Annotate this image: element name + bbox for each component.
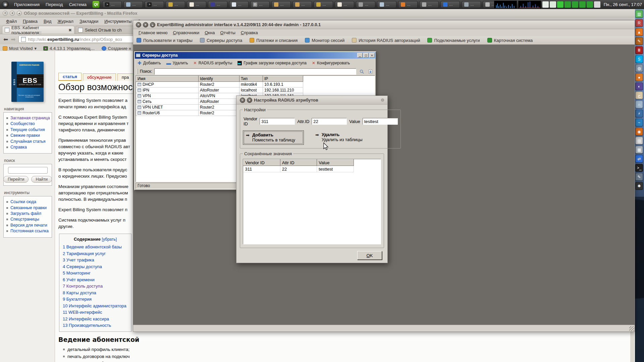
ebs-logo[interactable]: EBS КОМПЛЕКСНОЕ РЕШЕНИЕ EBS EXPERT BILLI… (11, 62, 44, 102)
card-system-button[interactable]: Карточная система (487, 38, 533, 43)
menu-system[interactable]: Система (66, 0, 90, 9)
mail-notifier-icon[interactable] (542, 1, 549, 8)
nav-link-events[interactable]: Текущие события (6, 127, 50, 132)
add-to-table-button[interactable]: ➡ ДобавитьПоместить в таблицу (243, 130, 304, 145)
taskbar-button[interactable]: … (462, 1, 481, 8)
toc-item[interactable]: 7 Контроль доступа (63, 283, 128, 290)
nav-link-recent[interactable]: Свежие правки (6, 133, 50, 138)
load-graph-button[interactable]: График загрузки сервера доступа (237, 61, 307, 65)
servers-button[interactable]: Серверы доступа (200, 38, 242, 43)
menu-directories[interactable]: Справочники (170, 30, 202, 35)
close-icon[interactable]: ✕ (136, 22, 141, 27)
toc-item[interactable]: 13 Производительность (63, 322, 128, 329)
taskbar-button[interactable]: … (187, 1, 206, 8)
table-row[interactable]: IPN AltoRouterlocalhost192.168.111.210 (136, 87, 303, 93)
network-monitor-graph-icon[interactable] (518, 1, 541, 8)
nav-link-main[interactable]: Заглавная страница (6, 116, 50, 120)
window-menu-icon[interactable] (381, 99, 384, 102)
firefox-icon[interactable]: ● (635, 73, 643, 81)
teamviewer-icon[interactable]: ⇄ (635, 155, 643, 163)
toc-item[interactable]: 2 Тарификация услуг (63, 250, 128, 257)
calculator-icon[interactable]: ▦ (635, 146, 643, 154)
column-header[interactable]: Value (317, 160, 354, 166)
keyboard-layout-icon[interactable] (594, 1, 600, 8)
wiki-search-input[interactable] (8, 167, 48, 174)
dialog-titlebar[interactable]: ✕ ▾ Настройка RADIUS атрибутов (236, 96, 387, 105)
vendor-id-input[interactable] (260, 118, 295, 125)
taskbar-button[interactable]: … (356, 1, 375, 8)
export-icon[interactable] (367, 68, 374, 75)
toc-item[interactable]: 8 Карты доступа (63, 290, 128, 296)
menu-main[interactable]: Главное меню (136, 30, 170, 35)
table-row[interactable]: 311 22 testtest (244, 166, 354, 172)
nav-link-community[interactable]: Сообщество (6, 121, 50, 126)
clock[interactable]: Пн., 26 сент., 17:07 (604, 2, 642, 7)
forward-button[interactable]: ➡ (11, 36, 15, 43)
bookmark-most-visited[interactable]: Most Visited ▾ (3, 46, 37, 51)
taskbar-button[interactable]: … (419, 1, 439, 8)
menu-help[interactable]: Справка (238, 30, 261, 35)
menu-places[interactable]: Переход (43, 0, 66, 9)
tool-related[interactable]: Связанные правки (6, 205, 50, 210)
column-header[interactable]: IP (263, 76, 303, 82)
tool-special[interactable]: Спецстраницы (6, 217, 50, 222)
toc-item[interactable]: 3 Учет трафика (63, 257, 128, 263)
mail-notifier-icon[interactable] (550, 1, 556, 8)
download-arrow-icon[interactable] (572, 1, 578, 8)
im-client-icon[interactable]: Ⅲ (635, 46, 643, 54)
toc-item[interactable]: 6 Учёт времени (63, 277, 128, 283)
taskbar-button[interactable]: … (440, 1, 460, 8)
taskbar-button[interactable]: … (398, 1, 418, 8)
maximize-icon[interactable]: ▴ (17, 11, 22, 16)
close-icon[interactable]: ✕ (3, 11, 8, 16)
nav-link-help[interactable]: Справка (6, 145, 50, 149)
nav-link-random[interactable]: Случайная статья (6, 139, 50, 144)
maximize-icon[interactable]: □ (363, 53, 369, 58)
minimize-icon[interactable]: _ (357, 53, 363, 58)
terminal-icon[interactable]: >_ (635, 164, 643, 172)
browser-icon[interactable]: ◍ (635, 64, 643, 72)
menu-bookmarks[interactable]: Закладки (77, 19, 101, 24)
dark-gear-icon[interactable]: ✱ (635, 182, 643, 190)
servers-search-input[interactable] (154, 68, 356, 75)
toc-item[interactable]: 1 Ведение абонентской базы (63, 244, 128, 250)
tab-close-icon[interactable]: ✖ (68, 28, 72, 33)
menu-reports[interactable]: Отчёты (217, 30, 238, 35)
value-input[interactable] (363, 118, 398, 125)
search-find-button[interactable]: Найти (31, 176, 52, 183)
taskbar-button[interactable]: … (229, 1, 249, 8)
eclipse-icon[interactable]: ◐ (635, 82, 643, 90)
menu-file[interactable]: Файл (3, 19, 19, 24)
tab-ebs-cabinet[interactable]: EBS::Кабинет пользователя:: ✖ (2, 26, 74, 34)
delete-button[interactable]: ▬Удалить (166, 60, 188, 66)
add-button[interactable]: ✚Добавить (138, 60, 161, 66)
qt-launcher-icon[interactable]: Qt (92, 1, 100, 8)
minimize-icon[interactable]: ▾ (10, 11, 15, 16)
back-button[interactable]: ⬅ (3, 36, 8, 43)
menu-windows[interactable]: Окна (202, 30, 217, 35)
servers-titlebar[interactable]: Серверы доступа _ □ ✕ (135, 52, 376, 59)
download-arrow-icon[interactable] (579, 1, 586, 8)
tool-upload[interactable]: Загрузить файл (6, 211, 50, 216)
search-go-button[interactable]: Перейти (3, 176, 29, 183)
taskbar-button[interactable]: … (292, 1, 312, 8)
tool-permalink[interactable]: Постоянная ссылка (6, 229, 50, 233)
toc-item[interactable]: 9 Бухгалтерия (63, 296, 128, 303)
delete-from-table-button[interactable]: ➡ УдалитьУдалить из таблицы (313, 130, 374, 145)
taskbar-button[interactable]: … (271, 1, 291, 8)
close-icon[interactable]: ✕ (369, 53, 375, 58)
services-button[interactable]: Подключаемые услуги (427, 38, 480, 43)
download-arrow-icon[interactable] (587, 1, 593, 8)
column-header[interactable]: Attr ID (280, 160, 317, 166)
toc-item[interactable]: 12 Интерфейс кассира (63, 316, 128, 322)
distro-menu-icon[interactable]: ◉ (2, 1, 9, 8)
firefox-titlebar[interactable]: ✕ ▾ ▴ Обзор возможностей — ExpertBilling… (0, 9, 635, 17)
menu-edit[interactable]: Правка (20, 19, 40, 24)
menu-tools[interactable]: Инструменты (102, 19, 134, 24)
skype-icon[interactable]: S (635, 55, 643, 63)
maximize-icon[interactable]: ▴ (150, 22, 155, 27)
configure-button[interactable]: ✕Конфигурировать (312, 61, 350, 65)
postgresql-icon[interactable]: ∩ (635, 101, 643, 108)
notes-icon[interactable]: ▤ (635, 137, 643, 144)
radius-history-button[interactable]: История RADIUS авторизаций (352, 38, 420, 43)
